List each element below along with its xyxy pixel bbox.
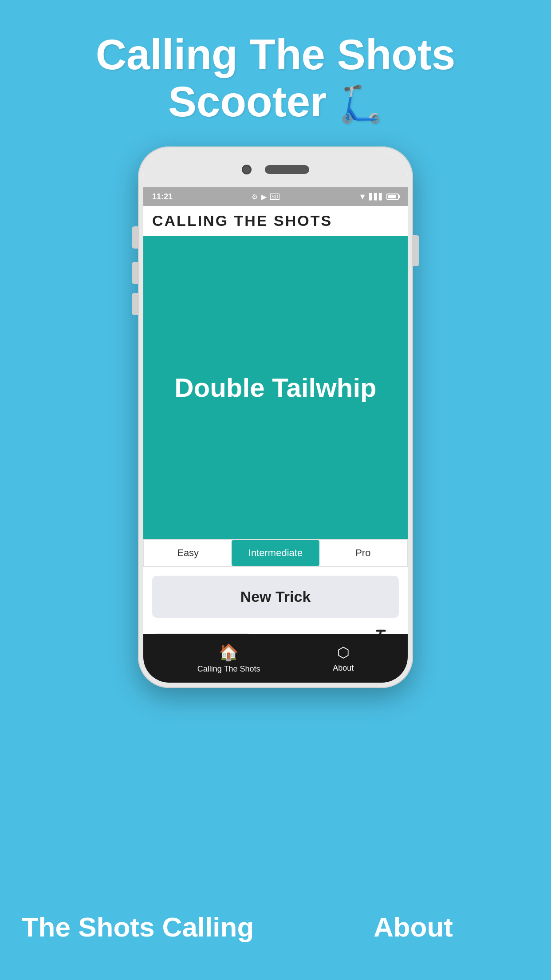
bottom-label-right: About [276, 873, 551, 980]
page-header: Calling The Shots Scooter 🛴 [0, 0, 551, 142]
trick-name: Double Tailwhip [161, 355, 390, 421]
phone-mockup: 11:21 ⚙ ▶ SD ▼ ▋▋▋ [138, 146, 413, 937]
phone-outer: 11:21 ⚙ ▶ SD ▼ ▋▋▋ [138, 146, 413, 688]
phone-camera-bar [143, 152, 408, 187]
new-trick-button[interactable]: New Trick [152, 576, 399, 618]
difficulty-intermediate[interactable]: Intermediate [232, 540, 319, 566]
bottom-navigation: 🏠 Calling The Shots ⬡ About [143, 634, 408, 683]
bottom-right-text: About [374, 911, 453, 943]
page-background: Calling The Shots Scooter 🛴 11:21 ⚙ [0, 0, 551, 980]
home-icon: 🏠 [219, 643, 239, 662]
battery-fill [388, 195, 396, 198]
trick-display-area: Double Tailwhip [143, 236, 408, 539]
signal-icon: ▋▋▋ [369, 193, 384, 200]
nav-about[interactable]: ⬡ About [333, 644, 354, 673]
app-header: CALLING THE SHOTS [143, 206, 408, 236]
scooter-emoji: 🛴 [338, 84, 383, 124]
difficulty-selector: Easy Intermediate Pro [143, 539, 408, 567]
status-right-icons: ▼ ▋▋▋ [358, 192, 399, 202]
nav-about-label: About [333, 664, 354, 673]
status-bar: 11:21 ⚙ ▶ SD ▼ ▋▋▋ [143, 187, 408, 206]
page-title: Calling The Shots Scooter 🛴 [0, 31, 551, 125]
difficulty-pro[interactable]: Pro [319, 540, 407, 566]
play-icon: ▶ [261, 193, 267, 201]
header-line1: Calling The Shots [96, 31, 456, 78]
camera-lens [242, 165, 252, 174]
bottom-labels: The Shots Calling About [0, 873, 551, 980]
header-line2: Scooter 🛴 [168, 78, 383, 125]
bottom-label-left: The Shots Calling [0, 873, 276, 980]
nav-home[interactable]: 🏠 Calling The Shots [197, 643, 260, 674]
bottom-left-text: The Shots Calling [22, 911, 254, 943]
nav-home-label: Calling The Shots [197, 664, 260, 674]
status-icons: ⚙ ▶ SD [252, 193, 279, 201]
sd-icon: SD [270, 194, 279, 200]
app-title: CALLING THE SHOTS [152, 212, 399, 229]
speaker-grille [265, 165, 309, 174]
wifi-icon: ▼ [358, 192, 366, 202]
app-content: 11:21 ⚙ ▶ SD ▼ ▋▋▋ [143, 187, 408, 683]
gear-icon: ⚙ [252, 193, 258, 201]
phone-inner: 11:21 ⚙ ▶ SD ▼ ▋▋▋ [143, 152, 408, 683]
difficulty-easy[interactable]: Easy [144, 540, 232, 566]
share-icon: ⬡ [337, 644, 350, 661]
battery-icon [386, 194, 399, 200]
status-time: 11:21 [152, 192, 173, 202]
